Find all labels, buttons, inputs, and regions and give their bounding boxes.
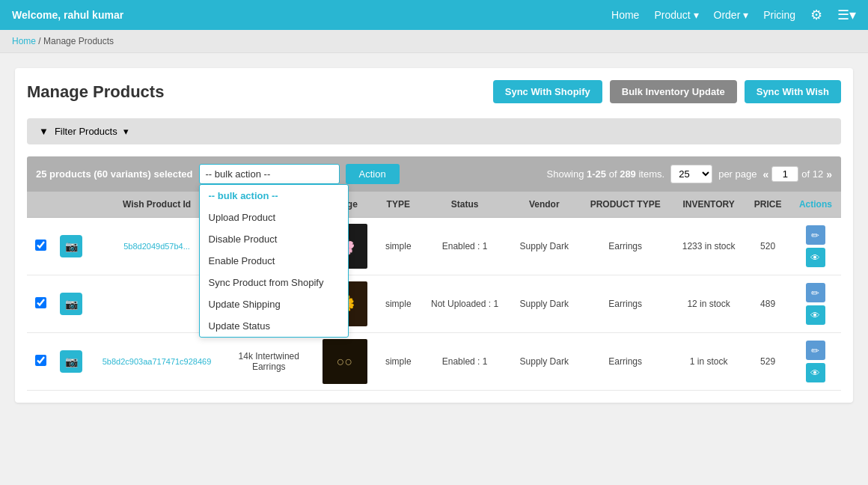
row2-type: simple — [377, 275, 420, 333]
nav-home[interactable]: Home — [611, 9, 639, 21]
bulk-action-wrapper: -- bulk action -- Upload Product Disable… — [199, 164, 340, 184]
col-inventory: INVENTORY — [672, 192, 745, 218]
row3-checkbox[interactable] — [35, 355, 46, 366]
row3-inventory: 1 in stock — [672, 333, 745, 391]
row2-checkbox-cell — [27, 275, 54, 333]
product-table: Wish Product Id Image TYPE Status Vendor… — [27, 192, 841, 391]
row2-edit-button[interactable]: ✏ — [806, 283, 825, 302]
sync-shopify-button[interactable]: Sync With Shopify — [493, 80, 602, 103]
page-header: Manage Products Sync With Shopify Bulk I… — [27, 80, 841, 103]
breadcrumb: Home / Manage Products — [0, 30, 868, 53]
filter-toggle-icon: ▾ — [123, 126, 129, 137]
filter-bar[interactable]: ▼ Filter Products ▾ — [27, 118, 841, 144]
col-price: PRICE — [745, 192, 790, 218]
selected-info: 25 products (60 variants) selected — [36, 168, 193, 180]
dropdown-item-0[interactable]: -- bulk action -- — [200, 185, 348, 207]
row2-price: 489 — [745, 275, 790, 333]
per-page-label: per page — [718, 168, 757, 180]
row2-product-type: Earrings — [578, 275, 672, 333]
toolbar-left: 25 products (60 variants) selected -- bu… — [36, 164, 400, 184]
row3-action-icons: ✏ 👁 — [796, 341, 835, 382]
row2-status: Not Uploaded : 1 — [420, 275, 510, 333]
nav-links: Home Product ▾ Order ▾ Pricing — [611, 9, 795, 21]
dropdown-item-3[interactable]: Enable Product — [200, 250, 348, 272]
row2-inventory: 12 in stock — [672, 275, 745, 333]
filter-icon: ▼ — [39, 126, 49, 137]
dropdown-item-4[interactable]: Sync Product from Shopify — [200, 272, 348, 293]
row1-camera-icon[interactable]: 📷 — [60, 235, 82, 257]
row3-status: Enabled : 1 — [420, 333, 510, 391]
table-row: 📷 14k Solid BloomEarrings 🌼 simple Not U… — [27, 275, 841, 333]
pagination: « of 12 » — [762, 166, 832, 182]
last-page-button[interactable]: » — [826, 168, 832, 180]
row3-edit-button[interactable]: ✏ — [806, 341, 825, 360]
page-number-input[interactable] — [771, 166, 798, 182]
row3-vendor: Supply Dark — [510, 333, 578, 391]
row3-product-link[interactable]: 5b8d2c903aa717471c928469 — [103, 357, 212, 366]
row3-icon-cell: 📷 — [54, 333, 88, 391]
col-status: Status — [420, 192, 510, 218]
row3-wish-id: 5b8d2c903aa717471c928469 — [88, 333, 225, 391]
bulk-inventory-button[interactable]: Bulk Inventory Update — [610, 80, 737, 103]
row1-actions: ✏ 👁 — [790, 218, 841, 275]
bulk-action-dropdown: -- bulk action -- Upload Product Disable… — [199, 184, 349, 338]
row1-action-icons: ✏ 👁 — [796, 225, 835, 267]
total-items: 289 — [620, 168, 636, 180]
row2-checkbox[interactable] — [35, 297, 46, 308]
toolbar-right: Showing 1-25 of 289 items. 25 50 100 per… — [547, 165, 832, 183]
menu-icon[interactable]: ☰▾ — [837, 7, 856, 23]
row3-price: 529 — [745, 333, 790, 391]
action-button[interactable]: Action — [346, 164, 400, 184]
main-content: Manage Products Sync With Shopify Bulk I… — [0, 53, 868, 418]
manage-products-card: Manage Products Sync With Shopify Bulk I… — [15, 68, 853, 403]
breadcrumb-separator: / — [38, 36, 40, 46]
row3-actions: ✏ 👁 — [790, 333, 841, 391]
row1-checkbox-cell — [27, 218, 54, 275]
dropdown-item-2[interactable]: Disable Product — [200, 228, 348, 250]
row1-vendor: Supply Dark — [510, 218, 578, 275]
row2-view-button[interactable]: 👁 — [806, 305, 825, 325]
settings-icon[interactable]: ⚙ — [810, 7, 822, 23]
row3-image-placeholder: ○○ — [337, 354, 353, 370]
per-page-select[interactable]: 25 50 100 — [670, 165, 712, 183]
showing-text: Showing 1-25 of 289 items. — [547, 168, 665, 180]
col-icon — [54, 192, 88, 218]
row1-product-link[interactable]: 5b8d2049d57b4... — [123, 242, 190, 251]
page-title: Manage Products — [27, 82, 164, 102]
sync-wish-button[interactable]: Sync With Wish — [745, 80, 841, 103]
row1-edit-button[interactable]: ✏ — [806, 225, 825, 245]
row3-name: 14k IntertwinedEarrings — [225, 333, 312, 391]
col-product-type: PRODUCT TYPE — [578, 192, 672, 218]
page-actions: Sync With Shopify Bulk Inventory Update … — [493, 80, 841, 103]
row3-camera-icon[interactable]: 📷 — [60, 350, 82, 373]
row1-product-type: Earrings — [578, 218, 672, 275]
page-total-label: of 12 — [801, 168, 823, 180]
col-vendor: Vendor — [510, 192, 578, 218]
breadcrumb-home[interactable]: Home — [12, 36, 36, 46]
first-page-button[interactable]: « — [762, 168, 768, 180]
row1-view-button[interactable]: 👁 — [806, 248, 825, 267]
row3-checkbox-cell — [27, 333, 54, 391]
row3-product-type: Earrings — [578, 333, 672, 391]
welcome-text: Welcome, rahul kumar — [12, 9, 123, 21]
dropdown-item-1[interactable]: Upload Product — [200, 207, 348, 228]
row3-view-button[interactable]: 👁 — [806, 363, 825, 382]
row2-icon-cell: 📷 — [54, 275, 88, 333]
dropdown-item-5[interactable]: Update Shipping — [200, 293, 348, 315]
row1-checkbox[interactable] — [35, 240, 46, 251]
table-row: 📷 5b8d2c903aa717471c928469 14k Intertwin… — [27, 333, 841, 391]
header: Welcome, rahul kumar Home Product ▾ Orde… — [0, 0, 868, 30]
row1-icon-cell: 📷 — [54, 218, 88, 275]
table-row: 📷 5b8d2049d57b4... 🌸 simple Enabled : 1 … — [27, 218, 841, 275]
row2-camera-icon[interactable]: 📷 — [60, 293, 82, 315]
nav-order[interactable]: Order ▾ — [714, 9, 749, 21]
nav-product[interactable]: Product ▾ — [654, 9, 698, 21]
col-type: TYPE — [377, 192, 420, 218]
bulk-action-select[interactable]: -- bulk action -- Upload Product Disable… — [199, 164, 340, 184]
dropdown-item-6[interactable]: Update Status — [200, 315, 348, 337]
nav-pricing[interactable]: Pricing — [763, 9, 795, 21]
row3-type: simple — [377, 333, 420, 391]
row1-type: simple — [377, 218, 420, 275]
filter-label: Filter Products — [55, 126, 117, 137]
row1-inventory: 1233 in stock — [672, 218, 745, 275]
